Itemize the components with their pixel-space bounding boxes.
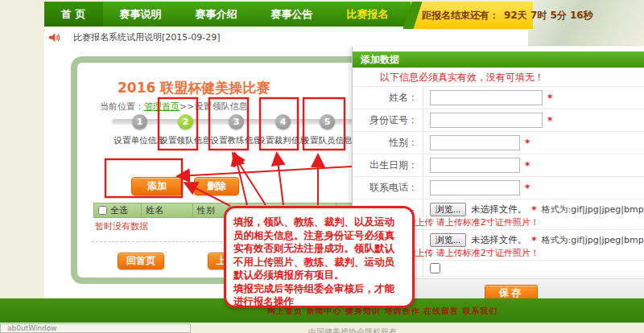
- format-hint: 格式为:gif|jpg|jpeg|bmp: [541, 234, 643, 246]
- step-circle-4[interactable]: 4: [275, 114, 291, 130]
- dialog-field-row: 性别： *: [353, 132, 644, 154]
- status-bar: ab0utWindow: [0, 323, 191, 333]
- nav-list: 首 页赛事说明赛事介绍赛事公告比赛报名: [44, 2, 412, 27]
- countdown-value: 92天 7时 5分 16秒: [504, 9, 593, 23]
- required-asterisk: *: [525, 183, 530, 194]
- text-input[interactable]: [430, 158, 520, 173]
- add-button[interactable]: 添加: [131, 177, 183, 195]
- step-circle-1[interactable]: 1: [132, 114, 147, 130]
- step-label-5: 设置队员信息: [295, 135, 359, 146]
- table-empty-text: 暂时没有数据: [95, 220, 148, 232]
- announcement-link[interactable]: 比赛报名系统试用说明[2015-09-29]: [73, 31, 221, 43]
- annotation-note: 填报，领队、教练、裁判、以及运动 员的相关信息。注意身份证号必须真 实有效否则无…: [224, 206, 415, 308]
- required-asterisk: *: [525, 138, 530, 149]
- nav-item-5[interactable]: 比赛报名: [330, 2, 406, 27]
- required-asterisk: *: [531, 235, 536, 246]
- dialog-notice: 以下信息必须真实有效，没有可填无！: [353, 68, 644, 87]
- dialog-field-row: 身份证号： *: [353, 109, 644, 132]
- countdown-label: 距报名结束还有：: [422, 9, 499, 23]
- field-label: 身份证号：: [353, 109, 423, 131]
- format-hint: 格式为:gif|jpg|jpeg|bmp: [541, 204, 643, 216]
- announcement-bar: 比赛报名系统试用说明[2015-09-29]: [48, 31, 221, 43]
- step-circle-5[interactable]: 5: [320, 114, 335, 130]
- required-asterisk: *: [525, 160, 530, 171]
- required-asterisk: *: [547, 92, 552, 104]
- breadcrumb-link-home[interactable]: 管理首页: [144, 101, 180, 112]
- nav-item-4[interactable]: 赛事公告: [254, 2, 330, 27]
- field-label: 出生日期：: [353, 154, 423, 176]
- dialog-field-row: 联系电话： *: [353, 177, 644, 199]
- nav-item-2[interactable]: 赛事说明: [103, 2, 179, 27]
- browse-button[interactable]: 浏览...: [430, 233, 466, 247]
- option-checkbox[interactable]: [430, 263, 440, 273]
- dialog-title: 添加数据: [353, 51, 644, 68]
- step-circle-2[interactable]: 2: [178, 114, 193, 130]
- column-header-2: 姓名: [142, 203, 193, 218]
- text-input[interactable]: [430, 113, 543, 128]
- breadcrumb-current: >>设置领队信息: [180, 101, 247, 112]
- required-asterisk: *: [531, 204, 536, 216]
- text-input[interactable]: [430, 90, 543, 105]
- nav-item-1[interactable]: 首 页: [44, 2, 103, 27]
- page-title: 2016 联盟杯健美操比赛: [118, 79, 270, 97]
- nav-item-3[interactable]: 赛事介绍: [179, 2, 254, 27]
- speaker-icon: [48, 32, 60, 43]
- top-navbar: 首 页赛事说明赛事介绍赛事公告比赛报名: [44, 2, 412, 27]
- text-input[interactable]: [430, 180, 520, 195]
- dialog-field-row: 姓名： *: [353, 87, 644, 109]
- page: 首 页赛事说明赛事介绍赛事公告比赛报名 距报名结束还有： 92天 7时 5分 1…: [0, 0, 644, 333]
- file-status-text: 未选择文件。: [471, 204, 526, 216]
- field-label: 联系电话：: [353, 177, 423, 199]
- select-all-checkbox[interactable]: [98, 206, 107, 215]
- breadcrumb: 当前位置：管理首页>>设置领队信息: [100, 101, 247, 113]
- step-circle-3[interactable]: 3: [229, 114, 244, 130]
- required-asterisk: *: [547, 115, 552, 126]
- copyright-text: 中国健美操协会版权所有: [308, 327, 397, 333]
- browse-button[interactable]: 浏览...: [430, 203, 466, 216]
- field-label: 性别：: [353, 132, 423, 154]
- column-header-1: 全选: [93, 203, 142, 218]
- breadcrumb-label: 当前位置：: [100, 101, 144, 112]
- file-status-text: 未选择文件。: [471, 234, 526, 246]
- dialog-field-row: 出生日期： *: [353, 154, 644, 177]
- text-input[interactable]: [430, 135, 520, 150]
- back-home-button[interactable]: 回首页: [118, 253, 164, 269]
- field-label: 姓名：: [353, 87, 423, 109]
- delete-button[interactable]: 删除: [194, 177, 239, 195]
- countdown-box: 距报名结束还有： 92天 7时 5分 16秒: [411, 2, 533, 29]
- banner-image: [528, 0, 644, 46]
